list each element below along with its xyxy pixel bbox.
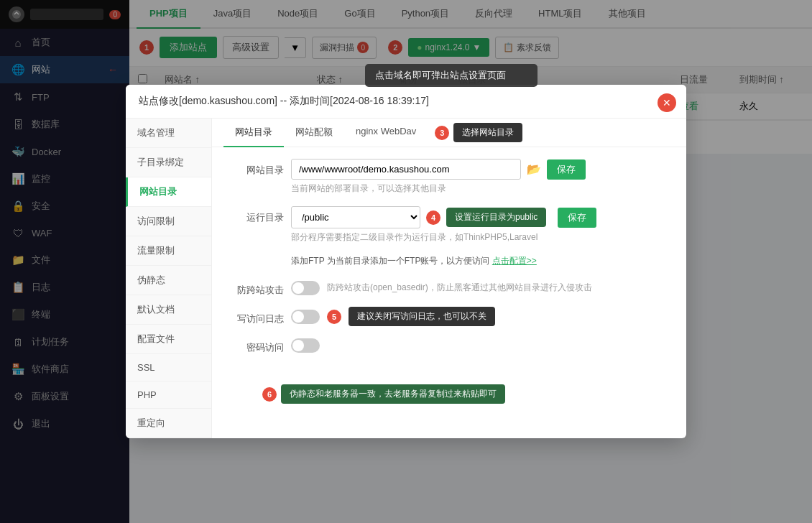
- toggle-dot: [292, 282, 304, 294]
- modal-menu-ssl[interactable]: SSL: [126, 354, 211, 381]
- modal-form: 网站目录 📂 保存 当前网站的部署目录，可以选择其他目录 运行目录: [212, 147, 686, 376]
- ftp-hint: 添加FTP 为当前目录添加一个FTP账号，以方便访问 点击配置>>: [291, 255, 537, 267]
- tooltip-step2: 点击域名即可弹出站点设置页面: [365, 64, 538, 87]
- ftp-link[interactable]: 点击配置>>: [492, 256, 537, 266]
- modal-close-button[interactable]: ✕: [658, 93, 676, 112]
- cross-site-label: 防跨站攻击: [226, 279, 284, 297]
- modal-title: 站点修改[demo.kasushou.com] -- 添加时间[2024-08-…: [139, 95, 429, 106]
- modal-menu-access[interactable]: 访问限制: [126, 207, 211, 236]
- cross-site-hint: 防跨站攻击(open_basedir)，防止黑客通过其他网站目录进行入侵攻击: [327, 282, 592, 294]
- write-log-row: 写访问日志 5 建议关闭写访问日志，也可以不关: [226, 307, 672, 326]
- site-dir-control: 📂 保存 当前网站的部署目录，可以选择其他目录: [291, 159, 672, 195]
- run-dir-label: 运行目录: [226, 206, 284, 224]
- modal-tabs: 网站目录 网站配额 nginx WebDav 3 选择网站目录: [212, 119, 686, 147]
- site-dir-row: 网站目录 📂 保存 当前网站的部署目录，可以选择其他目录: [226, 159, 672, 195]
- write-log-toggle[interactable]: [291, 310, 320, 324]
- site-dir-hint: 当前网站的部署目录，可以选择其他目录: [291, 182, 672, 195]
- run-dir-hint: 部分程序需要指定二级目录作为运行目录，如ThinkPHP5,Laravel: [291, 231, 672, 244]
- write-log-label: 写访问日志: [226, 307, 284, 325]
- annotation-step4: 设置运行目录为public: [446, 208, 546, 227]
- annotation-step3: 选择网站目录: [453, 123, 522, 142]
- run-dir-control: /public 4 设置运行目录为public 保存 部分程序需要指定二级目录作…: [291, 206, 672, 244]
- site-dir-label: 网站目录: [226, 159, 284, 177]
- cross-site-toggle[interactable]: [291, 281, 320, 295]
- modal-body: 域名管理 子目录绑定 网站目录 访问限制 流量限制 伪静态 默认文档 配置文件 …: [126, 119, 686, 438]
- annotation-step5: 建议关闭写访问日志，也可以不关: [349, 307, 495, 326]
- modal-menu-default-doc[interactable]: 默认文档: [126, 295, 211, 325]
- modal-tab-webdav[interactable]: nginx WebDav: [344, 119, 428, 147]
- modal-tab-sitedir[interactable]: 网站目录: [223, 119, 284, 147]
- run-dir-row: 运行目录 /public 4 设置运行目录为public 保存: [226, 206, 672, 244]
- ftp-row: 添加FTP 为当前目录添加一个FTP账号，以方便访问 点击配置>>: [226, 255, 672, 267]
- modal-header: 站点修改[demo.kasushou.com] -- 添加时间[2024-08-…: [126, 85, 686, 119]
- step4-circle: 4: [426, 210, 440, 225]
- modal-main-content: 网站目录 网站配额 nginx WebDav 3 选择网站目录 网站目录: [212, 119, 686, 438]
- password-toggle[interactable]: [291, 338, 320, 353]
- modal: 站点修改[demo.kasushou.com] -- 添加时间[2024-08-…: [126, 85, 686, 438]
- modal-menu: 域名管理 子目录绑定 网站目录 访问限制 流量限制 伪静态 默认文档 配置文件 …: [126, 119, 212, 438]
- modal-menu-config[interactable]: 配置文件: [126, 325, 211, 354]
- modal-tab-quota[interactable]: 网站配额: [284, 119, 344, 147]
- cross-site-row: 防跨站攻击 防跨站攻击(open_basedir)，防止黑客通过其他网站目录进行…: [226, 279, 672, 297]
- modal-menu-traffic[interactable]: 流量限制: [126, 236, 211, 266]
- run-dir-input-group: /public 4 设置运行目录为public 保存: [291, 206, 672, 228]
- modal-menu-subdir[interactable]: 子目录绑定: [126, 148, 211, 177]
- site-dir-input[interactable]: [291, 159, 521, 180]
- step5-circle: 5: [327, 310, 341, 324]
- modal-menu-pseudo[interactable]: 伪静态: [126, 266, 211, 295]
- modal-menu-sitedir[interactable]: 网站目录: [126, 177, 211, 207]
- toggle-dot-pw: [292, 340, 304, 351]
- modal-menu-redirect[interactable]: 重定向: [126, 409, 211, 438]
- site-dir-input-group: 📂 保存: [291, 159, 672, 180]
- folder-icon[interactable]: 📂: [527, 162, 541, 176]
- password-label: 密码访问: [226, 336, 284, 354]
- run-dir-save-button[interactable]: 保存: [558, 208, 596, 228]
- modal-menu-php[interactable]: PHP: [126, 381, 211, 409]
- run-dir-select[interactable]: /public: [291, 206, 420, 228]
- modal-menu-domain[interactable]: 域名管理: [126, 119, 211, 148]
- password-row: 密码访问: [226, 336, 672, 354]
- site-dir-save-button[interactable]: 保存: [547, 159, 586, 180]
- toggle-dot-log: [292, 311, 304, 323]
- step3-circle: 3: [435, 126, 449, 140]
